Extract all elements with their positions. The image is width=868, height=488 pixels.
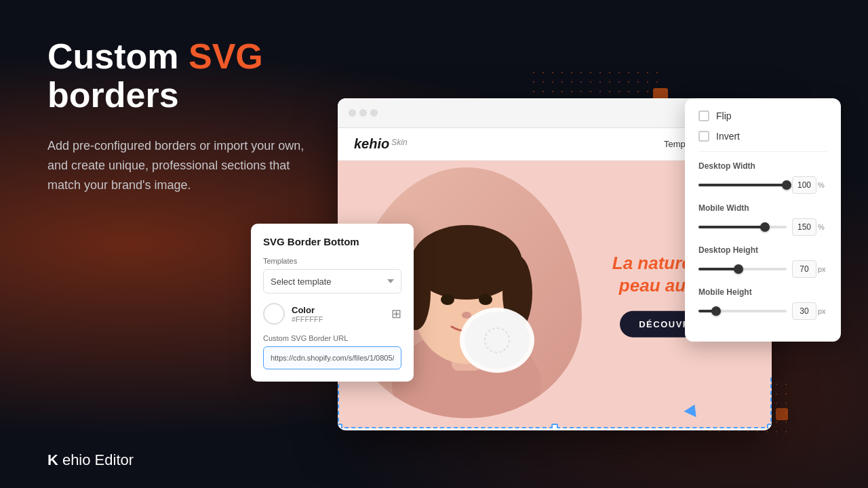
desktop-width-input[interactable] bbox=[792, 176, 816, 194]
mobile-height-slider-row: px bbox=[698, 302, 827, 320]
mobile-width-track[interactable] bbox=[698, 226, 787, 228]
main-title: Custom SVG borders bbox=[47, 37, 332, 115]
browser-dot-green bbox=[370, 109, 378, 117]
desktop-width-slider-row: % bbox=[698, 176, 827, 194]
flip-row: Flip bbox=[698, 110, 827, 121]
cursor-arrow-icon bbox=[684, 402, 701, 418]
footer-brand: K ehio Editor bbox=[47, 451, 134, 469]
color-label: Color bbox=[292, 305, 323, 315]
desktop-height-unit: px bbox=[818, 265, 826, 273]
desktop-height-thumb[interactable] bbox=[734, 264, 743, 274]
mobile-height-label: Mobile Height bbox=[698, 287, 827, 297]
url-input[interactable] bbox=[263, 346, 401, 369]
desktop-width-fill bbox=[698, 184, 787, 186]
color-left: Color #FFFFFF bbox=[263, 303, 323, 325]
mobile-width-slider-row: % bbox=[698, 218, 827, 236]
svg-point-10 bbox=[465, 312, 530, 369]
left-section: Custom SVG borders Add pre-configured bo… bbox=[47, 37, 332, 195]
logo-kehio: kehio bbox=[354, 136, 389, 152]
settings-panel: Flip Invert Desktop Width % Mobil bbox=[685, 98, 841, 342]
brand-name: ehio Editor bbox=[62, 451, 134, 469]
browser-dot-red bbox=[349, 109, 356, 117]
desktop-height-input[interactable] bbox=[792, 260, 816, 278]
color-hex: #FFFFFF bbox=[292, 315, 323, 323]
mobile-height-val: px bbox=[792, 302, 827, 320]
invert-checkbox[interactable] bbox=[698, 131, 709, 142]
color-swatch[interactable] bbox=[263, 303, 285, 325]
svg-point-8 bbox=[462, 312, 471, 319]
divider-1 bbox=[698, 151, 827, 152]
subtitle-text: Add pre-configured borders or import you… bbox=[47, 136, 312, 195]
svg-panel-title: SVG Border Bottom bbox=[263, 236, 401, 247]
mobile-height-section: Mobile Height px bbox=[698, 287, 827, 320]
template-select[interactable]: Select template bbox=[263, 269, 401, 293]
mobile-width-label: Mobile Width bbox=[698, 203, 827, 213]
mobile-width-val: % bbox=[792, 218, 827, 236]
invert-row: Invert bbox=[698, 131, 827, 142]
svg-border-panel: SVG Border Bottom Templates Select templ… bbox=[251, 224, 414, 382]
mobile-width-input[interactable] bbox=[792, 218, 816, 236]
mobile-width-unit: % bbox=[818, 223, 825, 231]
desktop-height-val: px bbox=[792, 260, 827, 278]
color-row: Color #FFFFFF ⊞ bbox=[263, 303, 401, 325]
handle-bl bbox=[338, 424, 342, 428]
browser-dots bbox=[349, 109, 378, 117]
desktop-height-label: Desktop Height bbox=[698, 245, 827, 255]
mobile-height-input[interactable] bbox=[792, 302, 816, 320]
layers-icon[interactable]: ⊞ bbox=[391, 306, 401, 321]
desktop-width-thumb[interactable] bbox=[782, 180, 791, 190]
browser-dot-yellow bbox=[359, 109, 367, 117]
desktop-width-section: Desktop Width % bbox=[698, 161, 827, 194]
svg-point-7 bbox=[479, 294, 492, 305]
brand-k: K bbox=[47, 451, 58, 469]
mobile-height-unit: px bbox=[818, 307, 826, 315]
desktop-height-section: Desktop Height px bbox=[698, 245, 827, 278]
desktop-height-track[interactable] bbox=[698, 268, 787, 270]
desktop-width-track[interactable] bbox=[698, 184, 787, 186]
templates-label: Templates bbox=[263, 257, 401, 265]
mobile-height-thumb[interactable] bbox=[711, 306, 721, 316]
desktop-height-fill bbox=[698, 268, 738, 270]
title-highlight: SVG bbox=[189, 37, 263, 76]
main-content: Custom SVG borders Add pre-configured bo… bbox=[0, 0, 868, 488]
flip-checkbox[interactable] bbox=[698, 110, 709, 121]
url-label: Custom SVG Border URL bbox=[263, 334, 401, 342]
flip-label: Flip bbox=[716, 110, 732, 121]
desktop-height-slider-row: px bbox=[698, 260, 827, 278]
mobile-width-fill bbox=[698, 226, 765, 228]
mobile-height-track[interactable] bbox=[698, 310, 787, 312]
mobile-width-thumb[interactable] bbox=[760, 222, 770, 232]
color-info: Color #FFFFFF bbox=[292, 305, 323, 323]
site-logo: kehio Skin bbox=[354, 136, 408, 152]
svg-point-6 bbox=[441, 294, 454, 305]
mobile-width-section: Mobile Width % bbox=[698, 203, 827, 236]
desktop-width-label: Desktop Width bbox=[698, 161, 827, 171]
desktop-width-val: % bbox=[792, 176, 827, 194]
logo-skin: Skin bbox=[391, 138, 407, 147]
handle-br bbox=[767, 424, 772, 428]
desktop-width-unit: % bbox=[818, 181, 825, 189]
handle-bm bbox=[551, 424, 558, 428]
invert-label: Invert bbox=[716, 131, 740, 142]
